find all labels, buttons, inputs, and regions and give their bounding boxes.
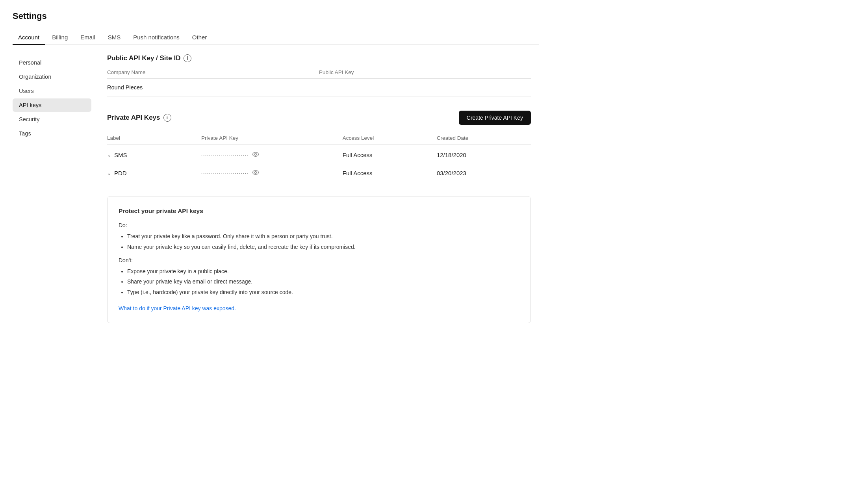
list-item: Expose your private key in a public plac…	[127, 267, 519, 276]
do-label: Do:	[119, 221, 519, 230]
svg-point-0	[253, 152, 259, 157]
created-date-sms: 12/18/2020	[437, 152, 531, 158]
access-level-sms: Full Access	[343, 152, 437, 158]
tab-email[interactable]: Email	[75, 30, 101, 44]
exposed-key-link[interactable]: What to do if your Private API key was e…	[119, 304, 236, 313]
company-name-value: Round Pieces	[107, 84, 319, 91]
top-nav: Account Billing Email SMS Push notificat…	[13, 30, 539, 45]
public-api-title: Public API Key / Site ID i	[107, 54, 191, 62]
svg-point-1	[255, 153, 257, 155]
created-date-pdd: 03/20/2023	[437, 170, 531, 176]
tab-billing[interactable]: Billing	[46, 30, 73, 44]
public-api-key-value	[319, 84, 531, 91]
key-dots-sms: ························	[201, 153, 249, 158]
chevron-down-icon[interactable]: ⌄	[107, 170, 111, 176]
sidebar-item-organization[interactable]: Organization	[13, 70, 91, 83]
col-access-level: Access Level	[343, 135, 437, 141]
sidebar-item-personal[interactable]: Personal	[13, 56, 91, 69]
svg-point-3	[255, 171, 257, 173]
public-api-row: Round Pieces	[107, 79, 531, 96]
col-created-date: Created Date	[437, 135, 531, 141]
public-api-title-text: Public API Key / Site ID	[107, 54, 180, 62]
main-content: Public API Key / Site ID i Company Name …	[91, 54, 539, 323]
private-api-info-icon[interactable]: i	[163, 114, 171, 122]
protect-keys-info-box: Protect your private API keys Do: Treat …	[107, 196, 531, 323]
list-item: Name your private key so you can easily …	[127, 243, 519, 252]
private-api-section: Private API Keys i Create Private API Ke…	[107, 111, 531, 182]
key-cell-pdd: ························	[201, 170, 343, 176]
dont-label: Don't:	[119, 256, 519, 265]
tab-account[interactable]: Account	[13, 30, 45, 44]
access-level-pdd: Full Access	[343, 170, 437, 176]
sidebar-item-api-keys[interactable]: API keys	[13, 98, 91, 112]
api-key-label-sms: SMS	[114, 152, 127, 158]
list-item: Share your private key via email or dire…	[127, 277, 519, 287]
public-api-section: Public API Key / Site ID i Company Name …	[107, 54, 531, 96]
public-api-header: Public API Key / Site ID i	[107, 54, 531, 62]
tab-other[interactable]: Other	[187, 30, 213, 44]
tab-sms[interactable]: SMS	[102, 30, 126, 44]
private-api-header: Private API Keys i Create Private API Ke…	[107, 111, 531, 125]
table-row: ⌄ PDD ························ Full Acce…	[107, 164, 531, 182]
private-api-table-header: Label Private API Key Access Level Creat…	[107, 132, 531, 145]
dont-list: Expose your private key in a public plac…	[119, 267, 519, 297]
info-box-title: Protect your private API keys	[119, 206, 519, 216]
do-list: Treat your private key like a password. …	[119, 232, 519, 252]
chevron-down-icon[interactable]: ⌄	[107, 152, 111, 158]
sidebar-item-security[interactable]: Security	[13, 113, 91, 126]
public-api-info-icon[interactable]: i	[184, 54, 191, 62]
private-api-title-text: Private API Keys	[107, 114, 160, 122]
create-private-api-key-button[interactable]: Create Private API Key	[459, 111, 531, 125]
api-key-label-pdd: PDD	[114, 170, 127, 176]
col-label: Label	[107, 135, 201, 141]
eye-icon-pdd[interactable]	[252, 170, 259, 176]
table-row: ⌄ SMS ························ Full Acce…	[107, 146, 531, 164]
public-api-col-headers: Company Name Public API Key	[107, 69, 531, 79]
sidebar-item-users[interactable]: Users	[13, 84, 91, 98]
col-private-key: Private API Key	[201, 135, 343, 141]
label-cell-sms: ⌄ SMS	[107, 152, 201, 158]
page-title: Settings	[13, 11, 539, 21]
label-cell-pdd: ⌄ PDD	[107, 170, 201, 176]
eye-icon-sms[interactable]	[252, 152, 259, 158]
private-api-title: Private API Keys i	[107, 114, 171, 122]
col-company-name: Company Name	[107, 69, 319, 75]
tab-push-notifications[interactable]: Push notifications	[128, 30, 185, 44]
key-cell-sms: ························	[201, 152, 343, 158]
sidebar: Personal Organization Users API keys Sec…	[13, 54, 91, 323]
svg-point-2	[253, 170, 259, 175]
list-item: Treat your private key like a password. …	[127, 232, 519, 241]
col-public-key: Public API Key	[319, 69, 531, 75]
list-item: Type (i.e., hardcode) your private key d…	[127, 288, 519, 297]
key-dots-pdd: ························	[201, 171, 249, 176]
sidebar-item-tags[interactable]: Tags	[13, 127, 91, 140]
